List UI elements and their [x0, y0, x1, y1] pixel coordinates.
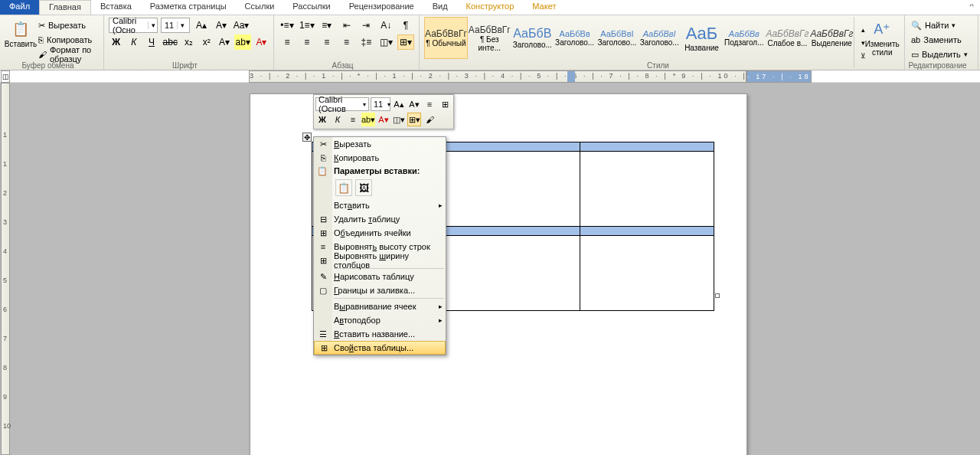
multilevel-button[interactable]: ≡▾	[318, 18, 335, 33]
font-size-combo[interactable]: 11▾	[161, 18, 190, 33]
ctx-borders-shading[interactable]: ▢Границы и заливка...	[314, 283, 446, 297]
bold-button[interactable]: Ж	[109, 34, 123, 50]
borders-button[interactable]: ⊞▾	[397, 34, 414, 50]
style-preview: АаБбВ	[513, 27, 551, 41]
ctx-insert[interactable]: Вставить▸	[314, 198, 446, 212]
tab-view[interactable]: Вид	[423, 0, 457, 15]
shrink-font-button[interactable]: A▾	[213, 18, 230, 33]
ctx-copy[interactable]: ⎘Копировать	[314, 151, 446, 165]
style-name: Выделение	[812, 39, 852, 47]
mini-font-color[interactable]: A▾	[377, 113, 390, 126]
tab-insert[interactable]: Вставка	[91, 0, 141, 15]
text-effects-button[interactable]: A▾	[217, 34, 231, 50]
mini-grow-font[interactable]: A▴	[392, 97, 406, 111]
paste-icon: 📋	[317, 166, 328, 176]
ctx-table-properties[interactable]: ⊞Свойства таблицы...	[314, 341, 446, 355]
mini-italic[interactable]: К	[331, 113, 345, 126]
mini-shrink-font[interactable]: A▾	[407, 97, 421, 111]
align-left-button[interactable]: ≡	[279, 34, 296, 50]
format-painter-button[interactable]: 🖌Формат по образцу	[37, 47, 99, 61]
ruler-nav-cell[interactable]: ◫	[1, 70, 10, 83]
mini-styles[interactable]: ≡	[423, 97, 436, 111]
style-heading2[interactable]: АаБбВвЗаголово...	[554, 17, 596, 59]
increase-indent-button[interactable]: ⇥	[358, 18, 374, 33]
superscript-button[interactable]: x²	[199, 34, 214, 50]
paste-merge[interactable]: 🖼	[355, 179, 372, 196]
style-title[interactable]: АаБНазвание	[681, 17, 723, 59]
select-label: Выделить	[922, 50, 961, 59]
mini-bold[interactable]: Ж	[315, 113, 329, 126]
strikethrough-button[interactable]: abc	[162, 34, 178, 50]
context-menu: ✂Вырезать ⎘Копировать 📋Параметры вставки…	[313, 136, 446, 355]
style-no-spacing[interactable]: АаБбВвГг¶ Без инте...	[468, 17, 511, 59]
style-emphasis[interactable]: АаБбВвГгВыделение	[809, 17, 854, 59]
shading-button[interactable]: ◫▾	[377, 34, 394, 50]
style-heading1[interactable]: АаБбВЗаголово...	[511, 17, 554, 59]
tab-review[interactable]: Рецензирование	[340, 0, 423, 15]
mini-align[interactable]: ≡	[346, 113, 360, 126]
style-normal[interactable]: АаБбВвГг¶ Обычный	[424, 17, 468, 59]
table-move-handle[interactable]: ✥	[302, 133, 312, 142]
ctx-cell-alignment[interactable]: Выравнивание ячеек▸	[314, 300, 446, 313]
highlight-button[interactable]: ab▾	[234, 34, 250, 50]
paste-button[interactable]: 📋 Вставить	[5, 17, 37, 59]
tab-mailings[interactable]: Рассылки	[283, 0, 339, 15]
mini-ruler[interactable]: ⊞	[438, 97, 452, 111]
replace-button[interactable]: abЗаменить	[910, 33, 973, 47]
caption-icon: ☰	[317, 328, 329, 340]
bullets-button[interactable]: •≡▾	[279, 18, 296, 33]
sort-button[interactable]: A↓	[377, 18, 394, 33]
ruler-vertical[interactable]: 1 1 2 3 4 5 6 7 8 9 10	[1, 83, 10, 455]
style-preview: АаБбВв	[729, 29, 760, 38]
style-heading3[interactable]: АаБбВвIЗаголово...	[596, 17, 638, 59]
subscript-button[interactable]: x₂	[181, 34, 196, 50]
document-page[interactable]: ✥ Calibri (Основ▾ 11▾ A▴ A▾ ≡ ⊞ Ж К ≡ ab…	[250, 93, 747, 455]
ribbon-tabs: Файл Главная Вставка Разметка страницы С…	[0, 0, 980, 15]
tab-file[interactable]: Файл	[0, 0, 39, 15]
ctx-insert-caption[interactable]: ☰Вставить название...	[314, 327, 446, 341]
document-area: 1 1 2 3 4 5 6 7 8 9 10 ✥ Calibri (Основ▾…	[0, 83, 980, 455]
numbering-button[interactable]: 1≡▾	[299, 18, 315, 33]
decrease-indent-button[interactable]: ⇤	[338, 18, 355, 33]
change-case-button[interactable]: Aa▾	[233, 18, 250, 33]
ctx-draw-table[interactable]: ✎Нарисовать таблицу	[314, 270, 446, 283]
ctx-delete-table[interactable]: ⊟Удалить таблицу	[314, 212, 446, 226]
ruler-scale[interactable]: 3 · | · 2 · | · 1 · | · 𝄌 · | · 1 · | · …	[249, 70, 746, 83]
ctx-cut[interactable]: ✂Вырезать	[314, 137, 446, 151]
tab-table-design[interactable]: Конструктор	[457, 0, 524, 15]
mini-size-combo[interactable]: 11▾	[371, 97, 390, 111]
show-marks-button[interactable]: ¶	[397, 18, 414, 33]
ctx-autofit[interactable]: Автоподбор▸	[314, 313, 446, 327]
font-name-combo[interactable]: Calibri (Осно▾	[109, 18, 158, 33]
underline-button[interactable]: Ч	[144, 34, 158, 50]
mini-highlight[interactable]: ab▾	[361, 113, 375, 126]
ctx-distribute-cols[interactable]: ⊞Выровнять ширину столбцов	[314, 254, 446, 267]
tab-table-layout[interactable]: Макет	[523, 0, 565, 15]
line-spacing-button[interactable]: ‡≡	[358, 34, 374, 50]
mini-format-painter[interactable]: 🖌	[423, 113, 436, 126]
tab-page-layout[interactable]: Разметка страницы	[141, 0, 236, 15]
align-right-button[interactable]: ≡	[318, 34, 335, 50]
change-styles-button[interactable]: A⁺ Изменить стили	[864, 17, 900, 59]
tab-references[interactable]: Ссылки	[236, 0, 284, 15]
mini-shading[interactable]: ◫▾	[392, 113, 406, 126]
align-center-button[interactable]: ≡	[299, 34, 315, 50]
cut-button[interactable]: ✂Вырезать	[37, 18, 99, 32]
tab-home[interactable]: Главная	[39, 0, 91, 15]
grow-font-button[interactable]: A▴	[193, 18, 210, 33]
font-color-button[interactable]: A▾	[254, 34, 269, 50]
paste-keep-formatting[interactable]: 📋	[335, 179, 352, 196]
borders-icon: ▢	[317, 284, 329, 296]
find-button[interactable]: 🔍Найти▾	[910, 18, 973, 32]
select-button[interactable]: ▭Выделить▾	[910, 47, 973, 61]
ctx-merge-cells[interactable]: ⊞Объединить ячейки	[314, 226, 446, 240]
mini-borders[interactable]: ⊞▾	[407, 113, 421, 126]
table-resize-handle[interactable]	[715, 293, 720, 298]
style-subtitle[interactable]: АаБбВвПодзагол...	[723, 17, 765, 59]
style-heading4[interactable]: АаБбВвIЗаголово...	[639, 17, 681, 59]
mini-font-combo[interactable]: Calibri (Основ▾	[315, 97, 369, 111]
style-subtle-emph[interactable]: АаБбВвГгСлабое в...	[765, 17, 809, 59]
italic-button[interactable]: К	[126, 34, 141, 50]
justify-button[interactable]: ≡	[338, 34, 355, 50]
collapse-ribbon-icon[interactable]: ᴖ	[963, 0, 980, 15]
